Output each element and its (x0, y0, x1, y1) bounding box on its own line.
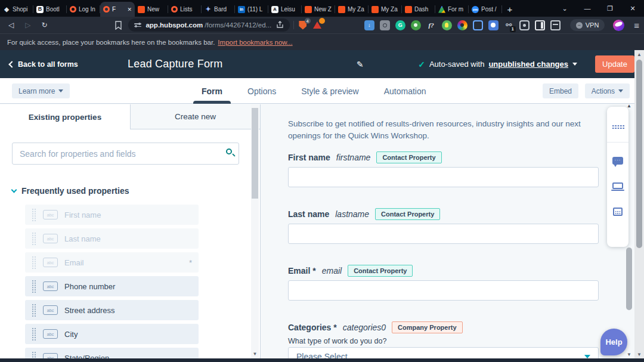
sidebar-toggle-icon[interactable] (535, 20, 545, 30)
browser-scrollbar[interactable]: ▲ ▼ (634, 50, 644, 362)
browser-tab[interactable]: ◆Shopi (0, 2, 33, 17)
scrollbar-thumb[interactable] (252, 108, 258, 199)
vpn-button[interactable]: −VPN (570, 19, 605, 31)
browser-tab[interactable]: Dash (402, 2, 435, 17)
last-name-input[interactable] (288, 224, 599, 244)
url-host: app.hubspot.com (145, 21, 203, 29)
chat-extension-icon[interactable] (473, 20, 483, 30)
link-extension-icon[interactable]: ⚯1 (504, 20, 514, 30)
profile-avatar[interactable] (613, 20, 624, 31)
browser-tab[interactable]: New (135, 2, 168, 17)
edit-title-pencil-icon[interactable]: ✎ (357, 60, 364, 69)
tab-form[interactable]: Form (202, 78, 222, 104)
drag-handle-icon[interactable] (32, 351, 36, 359)
unpublished-changes-link[interactable]: unpublished changes (488, 60, 568, 69)
embed-button[interactable]: Embed (543, 83, 578, 98)
close-tab-icon[interactable]: ✕ (127, 7, 132, 13)
dots-grid-icon[interactable] (612, 125, 624, 129)
browser-tab[interactable]: zmPost / (469, 2, 502, 17)
maximize-button[interactable]: ❐ (599, 0, 621, 17)
scroll-down-icon[interactable]: ▼ (251, 351, 259, 357)
card-laptop-icon[interactable] (612, 182, 623, 189)
browser-tab[interactable]: ALeisu (268, 2, 302, 17)
browser-tab[interactable]: My Za (335, 2, 369, 17)
browser-tab[interactable]: New Z (302, 2, 335, 17)
browser-tab[interactable]: Log In (67, 2, 100, 17)
inner-scroll-up-icon[interactable]: ▲ (625, 104, 633, 109)
browser-tab[interactable]: Lists (168, 2, 202, 17)
extensions-puzzle-icon[interactable] (519, 20, 530, 30)
wallet-icon[interactable] (550, 20, 561, 30)
browser-tab[interactable]: in(11) L (235, 2, 268, 17)
browser-tab[interactable]: For m (435, 2, 469, 17)
recorder-extension-icon[interactable] (488, 20, 499, 30)
browser-tab-active[interactable]: F✕ (100, 2, 135, 17)
zoom-app-icon: zm (472, 6, 479, 13)
property-item-phone-number[interactable]: abcPhone number (25, 276, 199, 296)
tab-options[interactable]: Options (247, 78, 276, 104)
actions-button[interactable]: Actions (585, 83, 630, 98)
field-categories[interactable]: Categories * categories0 Company Propert… (288, 321, 463, 333)
bookmark-icon[interactable] (112, 21, 125, 30)
minimize-button[interactable]: — (576, 0, 599, 17)
categories-select[interactable]: Please Select (288, 347, 599, 358)
inner-scrollbar-thumb[interactable] (626, 247, 632, 310)
green-extension-icon[interactable] (411, 20, 421, 30)
tab-existing-properties[interactable]: Existing properties (0, 104, 130, 129)
chevron-down-icon[interactable] (572, 63, 577, 66)
inner-scroll-down-icon[interactable]: ▼ (625, 352, 633, 357)
field-first-name[interactable]: First name firstname Contact Property (288, 151, 442, 163)
color-wheel-extension-icon[interactable] (457, 20, 467, 30)
screenshot-camera-icon[interactable] (380, 20, 390, 30)
learn-more-button[interactable]: Learn more (12, 83, 70, 98)
new-tab-button[interactable]: + (502, 1, 518, 17)
comment-bubble-icon[interactable]: ··· (612, 157, 623, 165)
browser-menu-icon[interactable]: ≡ (634, 20, 639, 30)
share-icon[interactable] (276, 21, 284, 30)
grammarly-icon[interactable]: G (395, 20, 405, 30)
property-item-first-name: abcFirst name (25, 205, 199, 225)
help-button[interactable]: Help (600, 329, 627, 355)
import-bookmarks-link[interactable]: Import bookmarks now... (218, 39, 292, 46)
adblock-shield-icon[interactable]: 4 (298, 20, 308, 30)
lightbulb-extension-icon[interactable] (442, 20, 452, 30)
property-item-street-address[interactable]: abcStreet address (25, 300, 199, 320)
frequently-used-section-header[interactable]: Frequently used properties (12, 186, 260, 196)
scroll-down-icon[interactable]: ▼ (634, 352, 644, 357)
required-asterisk: * (189, 258, 192, 267)
update-button[interactable]: Update (595, 55, 634, 73)
reload-icon[interactable]: ↻ (38, 18, 51, 32)
drag-handle-icon[interactable] (32, 327, 36, 341)
address-bar[interactable]: app.hubspot.com /forms/44267412/ed... (128, 18, 289, 32)
scroll-up-icon[interactable]: ▲ (634, 52, 644, 57)
tab-search-icon[interactable]: ⌄ (553, 0, 576, 17)
font-finder-icon[interactable]: f? (426, 20, 436, 30)
site-settings-icon[interactable] (134, 23, 141, 27)
calendar-icon[interactable] (613, 208, 623, 216)
tab-style-preview[interactable]: Style & preview (301, 78, 358, 104)
search-input[interactable] (12, 143, 239, 165)
tab-create-new[interactable]: Create new (130, 104, 260, 129)
property-item-city[interactable]: abcCity (25, 324, 199, 344)
drag-handle-icon[interactable] (32, 304, 36, 317)
forward-icon: ▷ (21, 18, 35, 32)
close-window-button[interactable]: ✕ (621, 0, 644, 17)
download-extension-icon[interactable]: ↓ (364, 20, 374, 30)
warning-extension-icon[interactable] (312, 20, 323, 30)
form-intro-text[interactable]: Subscribe to get notified of results-dri… (288, 118, 597, 143)
email-input[interactable] (288, 280, 599, 301)
drag-handle-icon[interactable] (32, 280, 36, 293)
browser-tab[interactable]: ✦Bard (202, 2, 235, 17)
scrollbar-thumb[interactable] (636, 60, 642, 248)
property-item-state-region[interactable]: abcState/Region (25, 348, 199, 358)
panel-scrollbar[interactable]: ▼ (251, 104, 259, 358)
browser-tab[interactable]: BBootl (33, 2, 67, 17)
back-icon[interactable]: ◁ (5, 18, 18, 32)
tab-automation[interactable]: Automation (384, 78, 426, 104)
field-last-name[interactable]: Last name lastname Contact Property (288, 208, 440, 220)
first-name-input[interactable] (288, 167, 599, 187)
back-to-forms-button[interactable]: Back to all forms (10, 60, 78, 69)
search-icon[interactable] (226, 148, 232, 154)
field-email[interactable]: Email * email Contact Property (288, 265, 413, 277)
browser-tab[interactable]: My Za (369, 2, 402, 17)
